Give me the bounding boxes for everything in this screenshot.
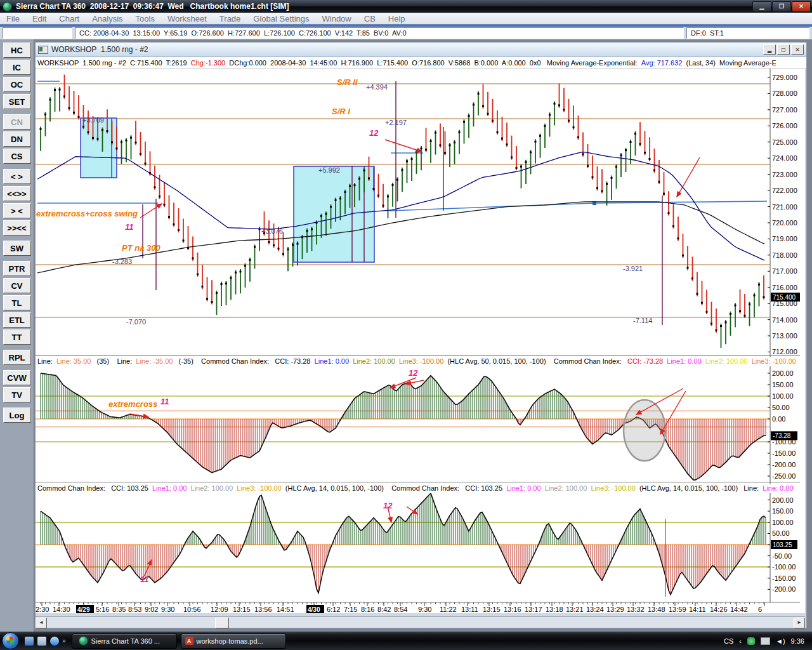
annotation-12: 12: [369, 128, 379, 138]
annotation-4-394: +4.394: [366, 83, 388, 91]
sierra-chart-task-icon: [79, 636, 88, 646]
toolbar-button-log[interactable]: Log: [3, 408, 31, 423]
toolbar-button-tl[interactable]: TL: [3, 295, 31, 310]
time-label: 13:21: [566, 606, 584, 613]
minimize-button[interactable]: ▁: [752, 1, 771, 12]
chart-window-icon: [38, 46, 48, 54]
taskbar-button-sierra-chart[interactable]: Sierra Chart TA 360 ...: [72, 633, 177, 649]
toolbar-button-hc[interactable]: HC: [3, 43, 31, 58]
time-label: 8:42: [377, 606, 391, 613]
toolbar-button-ptr[interactable]: PTR: [3, 261, 31, 276]
annotation-3-921: -3.921: [623, 265, 643, 272]
chart-header-segment: DChg:0.000 2008-04-30 14:45:00 H:716.900…: [225, 59, 641, 67]
cci-tick: 100.00: [772, 519, 794, 526]
network-icon[interactable]: [761, 637, 770, 645]
chart-restore-button[interactable]: ▢: [777, 44, 790, 55]
toolbar-button-sw[interactable]: SW: [3, 241, 31, 256]
time-label: 13:15: [483, 606, 501, 613]
scroll-right-arrow-icon[interactable]: ►: [794, 618, 805, 628]
toolbar-button-cv[interactable]: CV: [3, 278, 31, 293]
quick-launch-overflow-icon[interactable]: »: [62, 637, 66, 644]
annotation-3-283: -3.283: [112, 258, 132, 265]
quick-launch-icon-2[interactable]: [37, 637, 46, 646]
menu-item-chart[interactable]: Chart: [53, 13, 86, 24]
chart-minimize-button[interactable]: ▂: [763, 44, 776, 55]
scroll-thumb[interactable]: [215, 618, 229, 628]
toolbar-button-cvw[interactable]: CVW: [3, 370, 31, 385]
start-button[interactable]: [2, 632, 19, 649]
chart-hscrollbar[interactable]: ◄ ►: [36, 616, 805, 628]
toolbar-button-tt[interactable]: TT: [3, 329, 31, 345]
cci-tick: -250.00: [772, 472, 796, 480]
tray-green-app-icon[interactable]: [747, 637, 755, 645]
price-tick: 714.000: [772, 316, 797, 324]
menu-item-worksheet[interactable]: Worksheet: [161, 13, 213, 24]
toolbar-button-etl[interactable]: ETL: [3, 312, 31, 328]
menu-item-analysis[interactable]: Analysis: [86, 13, 129, 24]
chart-header-segment: Avg: 717.632: [641, 59, 683, 67]
menu-item-global-settings[interactable]: Global Settings: [247, 13, 315, 24]
toolbar-button-set[interactable]: SET: [3, 94, 31, 109]
toolbar-button-cs[interactable]: CS: [3, 149, 31, 164]
status-field-quote: CC: 2008-04-30 13:15:00 Y:65.19 O:726.60…: [75, 27, 684, 39]
scroll-left-arrow-icon[interactable]: ◄: [36, 618, 47, 628]
menu-item-help[interactable]: Help: [382, 13, 412, 24]
menu-item-edit[interactable]: Edit: [26, 13, 53, 24]
toolbar-button-x[interactable]: <<>>: [3, 186, 31, 201]
time-label: 7:15: [344, 606, 357, 613]
cci2-header-segment: Line1: 0.00: [152, 484, 191, 492]
price-tick: 724.000: [772, 154, 797, 162]
language-indicator[interactable]: CS: [724, 637, 733, 645]
time-label: 13:15: [233, 606, 251, 613]
toolbar-button-x[interactable]: > <: [3, 203, 31, 218]
toolbar-button-tv[interactable]: TV: [3, 387, 31, 402]
price-tick: 723.000: [772, 171, 797, 178]
time-label: 2:30: [36, 606, 49, 613]
taskbar-button-workshop-pdf[interactable]: A workshop-tomas.pd...: [181, 633, 286, 649]
cci-last-value-label: 103.25: [773, 541, 792, 548]
chart-window-titlebar[interactable]: WORKSHOP 1.500 rng - #2 ▂ ▢ ✕: [36, 43, 806, 57]
highlight-boxes: [81, 118, 374, 262]
toolbar-button-cn[interactable]: CN: [3, 114, 31, 129]
quick-launch-icon-3[interactable]: [50, 637, 59, 646]
close-button[interactable]: ✕: [792, 1, 811, 12]
toolbar-button-dn[interactable]: DN: [3, 131, 31, 147]
toolbar-button-oc[interactable]: OC: [3, 77, 31, 92]
cci1-header-line: Line: Line: 35.00 (35) Line: Line: -35.0…: [37, 357, 799, 366]
cci2-header-segment: (HLC Avg, 14, 0.015, 100, -100) Commod C…: [285, 484, 506, 492]
chart-window-title: WORKSHOP 1.500 rng - #2: [51, 45, 148, 54]
menu-item-file[interactable]: File: [0, 13, 26, 24]
maximize-button[interactable]: ❐: [772, 1, 791, 12]
cci2-header-segment: Line3: -100.00: [237, 484, 285, 492]
price-bars: [40, 75, 765, 348]
menu-item-cb[interactable]: CB: [358, 13, 382, 24]
chart-header-segment: WORKSHOP 1.500 rng - #2 C:715.400 T:2619: [37, 59, 191, 67]
volume-icon[interactable]: ◄): [776, 637, 785, 645]
cci-tick: -200.00: [772, 585, 796, 593]
chart-close-button[interactable]: ✕: [791, 44, 804, 55]
menu-item-window[interactable]: Window: [316, 13, 358, 24]
cci1-header-segment: Line1: 0.00: [315, 357, 353, 365]
cci-tick: 100.00: [772, 392, 794, 400]
menu-item-tools[interactable]: Tools: [129, 13, 161, 24]
time-label: 13:29: [606, 606, 624, 613]
time-label: 9:30: [161, 606, 174, 613]
toolbar-button-x[interactable]: >><<: [3, 220, 31, 235]
cci1-header-segment: Line:: [117, 357, 136, 365]
menu-item-trade[interactable]: Trade: [213, 13, 247, 24]
status-field-flags: DF:0 ST:1: [686, 27, 809, 39]
time-label: 14:42: [730, 606, 748, 613]
toolbar-button-ic[interactable]: IC: [3, 60, 31, 75]
cci1-header-segment: Line: -35.00: [136, 357, 173, 365]
time-label: 13:17: [525, 606, 542, 613]
toolbar-button-rpl[interactable]: RPL: [3, 350, 31, 365]
quick-launch-icon-1[interactable]: [25, 637, 34, 646]
annotation-5-992: +5.992: [318, 166, 340, 174]
price-tick: 720.000: [772, 219, 797, 227]
time-label: 8:54: [394, 606, 407, 613]
toolbar-button-x[interactable]: < >: [3, 169, 31, 184]
tray-chevron-icon[interactable]: ‹: [739, 637, 742, 645]
cci2-header-line: Commod Chan Index: CCI: 103.25 Line1: 0.…: [37, 484, 799, 493]
annotation-7-070: -7.070: [126, 318, 146, 326]
chart-plot-svg[interactable]: 729.000728.000727.000726.000725.000724.0…: [36, 69, 805, 613]
